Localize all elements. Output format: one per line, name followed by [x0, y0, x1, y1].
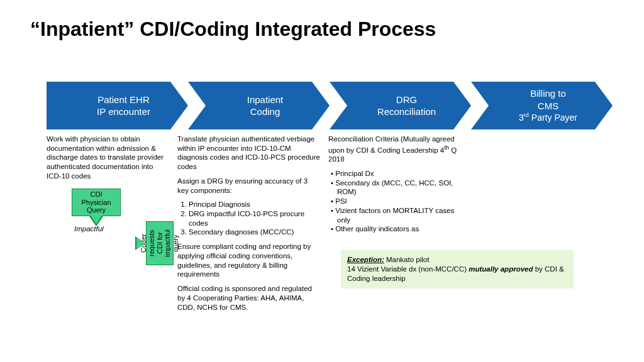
step-drg-reconciliation: DRG Reconciliation — [330, 82, 471, 129]
step-line1: Patient EHR — [97, 94, 150, 106]
callout-cdi-physician-query: CDI Physician Query — [72, 189, 121, 216]
callout-text: Coder requests CDI for impactful query — [140, 223, 179, 263]
step-line2: CMS — [538, 100, 558, 112]
exception-mutually-approved: mutually approved — [469, 265, 533, 273]
process-arrow-row: Patient EHR IP encounter Inpatient Codin… — [47, 82, 613, 129]
exception-line2a: 14 Vizient Variable dx (non-MCC/CC) — [347, 265, 469, 273]
exception-box: Exception: Mankato pilot 14 Vizient Vari… — [341, 250, 574, 288]
list-item: DRG impactful ICD-10-PCS procure codes — [189, 209, 321, 228]
col2-p1: Translate physician authenticated verbia… — [177, 134, 321, 172]
list-item: PSI — [335, 197, 459, 206]
col3-list: Principal Dx Secondary dx (MCC, CC, HCC,… — [328, 169, 459, 234]
callout-coder-requests: Coder requests CDI for impactful query — [146, 221, 174, 265]
detail-columns: Work with physician to obtain documentat… — [47, 134, 487, 317]
callout-text: CDI Physician Query — [75, 190, 118, 214]
exception-rest1: Mankato pilot — [384, 256, 430, 263]
list-item: Secondary diagnoses (MCC/CC) — [189, 228, 321, 237]
step-line1: DRG — [396, 94, 417, 106]
step-line1: Billing to — [530, 87, 566, 100]
step-inpatient-coding: Inpatient Coding — [188, 82, 330, 129]
col-drg-reconciliation: Reconciliation Criteria (Mutually agreed… — [328, 134, 467, 239]
col2-p4: Official coding is sponsored and regulat… — [177, 284, 321, 312]
list-item: Principal Diagnosis — [189, 200, 321, 209]
list-item: Principal Dx — [335, 169, 459, 178]
col-inpatient-coding: Translate physician authenticated verbia… — [177, 134, 328, 317]
slide-title: “Inpatient” CDI/Coding Integrated Proces… — [30, 18, 436, 41]
col2-p2: Assign a DRG by ensuring accuracy of 3 k… — [177, 177, 321, 195]
step-billing: Billing to CMS 3rd Party Payer — [471, 82, 613, 129]
step-line2: Coding — [250, 106, 280, 118]
step-line1: Inpatient — [247, 94, 284, 106]
step-line3: 3rd Party Payer — [519, 112, 577, 123]
col2-list: Principal Diagnosis DRG impactful ICD-10… — [189, 200, 321, 237]
col-patient-ehr: Work with physician to obtain documentat… — [47, 134, 177, 186]
col3-header: Reconciliation Criteria (Mutually agreed… — [328, 134, 459, 164]
step-patient-ehr: Patient EHR IP encounter — [47, 82, 188, 129]
list-item: Other quality indicators as — [335, 224, 459, 234]
col2-p3: Ensure compliant coding and reporting by… — [177, 242, 321, 279]
impactful-label: Impactful — [74, 225, 104, 233]
step-line2: IP encounter — [97, 106, 150, 118]
exception-header: Exception: — [347, 256, 384, 263]
list-item: Secondary dx (MCC, CC, HCC, SOI, ROM) — [335, 178, 459, 197]
col1-text: Work with physician to obtain documentat… — [47, 134, 170, 181]
list-item: Vizient factors on MORTALITY cases only — [335, 206, 459, 224]
step-line2: Reconciliation — [377, 106, 436, 118]
